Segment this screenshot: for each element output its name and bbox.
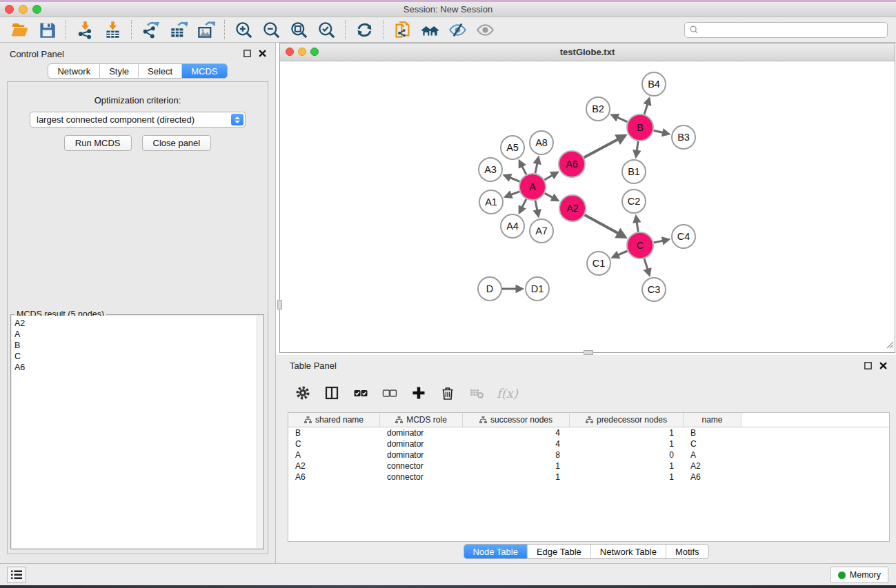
graph-node-C3[interactable]: C3 — [642, 278, 666, 301]
graph-edge-B-B1[interactable] — [637, 141, 638, 152]
graph-node-C2[interactable]: C2 — [622, 190, 646, 213]
graph-edge-A-A6[interactable] — [544, 175, 553, 181]
table-cell-mcds-role[interactable]: connector — [380, 461, 463, 471]
graph-edge-C-C4[interactable] — [654, 241, 664, 243]
table-cell-mcds-role[interactable]: connector — [380, 472, 463, 482]
graph-node-B4[interactable]: B4 — [642, 72, 666, 96]
float-panel-icon[interactable] — [243, 48, 252, 61]
graph-node-A7[interactable]: A7 — [530, 219, 553, 243]
graph-node-A4[interactable]: A4 — [501, 214, 524, 238]
zoom-out-button[interactable] — [257, 19, 285, 41]
table-cell-shared-name[interactable]: A — [288, 450, 380, 460]
new-network-from-selection-button[interactable] — [388, 19, 416, 41]
graph-node-C1[interactable]: C1 — [587, 252, 610, 275]
mcds-result-item[interactable]: A — [12, 329, 257, 340]
resize-grip[interactable] — [884, 339, 894, 352]
zoom-in-button[interactable] — [230, 19, 257, 41]
table-cell-successors[interactable]: 1 — [463, 461, 570, 471]
graph-edge-A-A5[interactable] — [521, 165, 526, 174]
mcds-result-item[interactable]: A2 — [12, 318, 257, 329]
graph-edge-A-A3[interactable] — [509, 177, 520, 181]
graph-node-A5[interactable]: A5 — [501, 136, 524, 159]
table-cell-successors[interactable]: 1 — [463, 472, 570, 482]
graph-node-B2[interactable]: B2 — [586, 97, 610, 121]
show-all-button[interactable] — [471, 19, 499, 41]
graph-node-A[interactable]: A — [519, 174, 546, 200]
delete-table-button[interactable] — [468, 384, 486, 402]
graph-node-A2[interactable]: A2 — [559, 195, 586, 221]
table-cell-shared-name[interactable]: C — [288, 439, 380, 449]
tab-mcds[interactable]: MCDS — [182, 64, 226, 78]
delete-column-button[interactable] — [439, 384, 457, 402]
run-mcds-button[interactable]: Run MCDS — [64, 135, 132, 151]
graph-node-A8[interactable]: A8 — [530, 131, 553, 154]
table-cell-successors[interactable]: 8 — [463, 450, 570, 460]
graph-edge-A-A8[interactable] — [535, 162, 537, 173]
mcds-result-item[interactable]: C — [12, 351, 257, 362]
table-cell-shared-name[interactable]: A2 — [288, 461, 380, 471]
table-cell-mcds-role[interactable]: dominator — [380, 439, 463, 449]
tab-network[interactable]: Network — [48, 64, 100, 78]
graph-node-C[interactable]: C — [627, 232, 653, 258]
table-row[interactable]: A2connector11A2 — [288, 460, 889, 472]
table-cell-successors[interactable]: 4 — [463, 428, 570, 438]
table-cell-predecessors[interactable]: 1 — [570, 428, 684, 438]
criterion-select[interactable]: largest connected component (directed) — [30, 112, 246, 128]
graph-edge-B-B2[interactable] — [617, 117, 628, 122]
close-panel-icon[interactable] — [258, 48, 267, 61]
graph-edge-A-A4[interactable] — [521, 199, 526, 208]
refresh-view-button[interactable] — [350, 19, 378, 41]
table-cell-name[interactable]: B — [684, 428, 741, 438]
graph-edge-B-B3[interactable] — [654, 130, 664, 132]
table-cell-name[interactable]: A6 — [684, 472, 741, 482]
column-header-shared-name[interactable]: shared name — [288, 413, 380, 427]
table-row[interactable]: Cdominator41C — [288, 438, 889, 449]
tab-motifs[interactable]: Motifs — [666, 545, 708, 558]
table-cell-shared-name[interactable]: B — [288, 428, 380, 438]
function-builder-button[interactable]: f(x) — [497, 384, 518, 402]
graph-edge-A6-B[interactable] — [584, 139, 619, 158]
graph-node-B[interactable]: B — [627, 114, 653, 141]
show-task-history-button[interactable] — [7, 567, 26, 583]
zoom-fit-button[interactable] — [285, 19, 312, 41]
create-column-button[interactable] — [410, 384, 428, 402]
memory-button[interactable]: Memory — [830, 567, 888, 583]
resize-handle-left[interactable] — [277, 300, 282, 310]
first-neighbors-button[interactable] — [416, 19, 444, 41]
network-window-titlebar[interactable]: testGlobe.txt — [280, 43, 895, 61]
tab-style[interactable]: Style — [100, 64, 139, 78]
graph-node-A6[interactable]: A6 — [559, 151, 585, 177]
result-list-scrollbar[interactable] — [257, 316, 263, 548]
mcds-result-item[interactable]: B — [12, 340, 257, 351]
table-cell-predecessors[interactable]: 1 — [570, 472, 684, 482]
graph-node-B1[interactable]: B1 — [622, 160, 646, 183]
table-cell-predecessors[interactable]: 1 — [570, 439, 684, 449]
graph-edge-C-C3[interactable] — [644, 258, 648, 270]
table-cell-successors[interactable]: 4 — [463, 439, 570, 449]
table-cell-name[interactable]: C — [684, 439, 741, 449]
column-header-predecessor-nodes[interactable]: predecessor nodes — [570, 413, 684, 427]
select-all-button[interactable] — [352, 384, 370, 402]
show-hide-columns-button[interactable] — [323, 384, 341, 402]
graph-node-B3[interactable]: B3 — [672, 125, 695, 149]
search-input[interactable] — [701, 25, 883, 34]
close-panel-icon[interactable] — [879, 361, 888, 373]
graph-node-A3[interactable]: A3 — [479, 158, 502, 181]
tab-edge-table[interactable]: Edge Table — [528, 545, 591, 558]
column-header-name[interactable]: name — [684, 413, 741, 427]
table-row[interactable]: Adominator80A — [288, 449, 889, 460]
graph-node-D1[interactable]: D1 — [526, 277, 549, 301]
graph-node-D[interactable]: D — [478, 277, 501, 301]
resize-handle-bottom[interactable] — [584, 350, 593, 355]
graph-edge-A-A7[interactable] — [535, 201, 537, 212]
open-session-button[interactable] — [6, 19, 33, 41]
graph-node-C4[interactable]: C4 — [672, 225, 695, 248]
table-cell-mcds-role[interactable]: dominator — [380, 428, 463, 438]
hide-selection-button[interactable] — [444, 19, 471, 41]
graph-edge-A2-C[interactable] — [585, 215, 620, 234]
import-table-button[interactable] — [99, 19, 126, 41]
graph-edge-A-A2[interactable] — [545, 193, 554, 198]
table-row[interactable]: Bdominator41B — [288, 427, 889, 438]
tab-node-table[interactable]: Node Table — [464, 545, 528, 558]
zoom-selected-button[interactable] — [312, 19, 340, 41]
